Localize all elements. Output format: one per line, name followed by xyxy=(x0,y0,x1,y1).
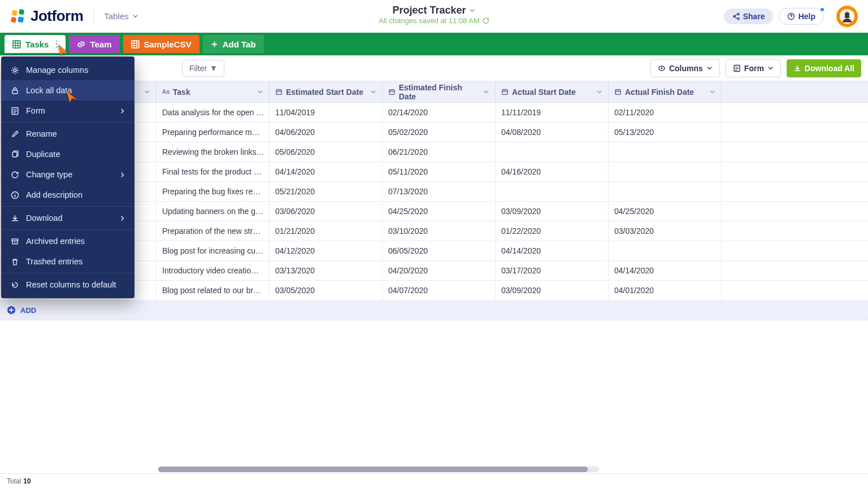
act-finish-cell[interactable] xyxy=(609,182,722,201)
chevron-down-icon[interactable] xyxy=(483,89,489,95)
chevron-down-icon[interactable] xyxy=(257,89,263,95)
est-start-cell[interactable]: 01/21/2020 xyxy=(270,221,383,241)
act-finish-cell[interactable] xyxy=(609,162,722,181)
brand-logo[interactable]: Jotform xyxy=(10,7,83,25)
task-cell[interactable]: Data analysis for the open … xyxy=(157,103,270,122)
overflow-cell xyxy=(722,103,868,122)
est-start-cell[interactable]: 04/12/2020 xyxy=(270,241,383,260)
act-finish-cell[interactable] xyxy=(609,142,722,162)
est-start-cell[interactable]: 03/06/2020 xyxy=(270,202,383,221)
form-button[interactable]: Form xyxy=(726,59,781,77)
tab-samplecsv[interactable]: SampleCSV xyxy=(123,35,199,53)
col-act-start[interactable]: Actual Start Date xyxy=(496,81,609,102)
est-start-cell[interactable]: 05/21/2020 xyxy=(270,182,383,201)
cm-reset-columns[interactable]: Reset columns to default xyxy=(1,274,134,295)
cm-rename[interactable]: Rename xyxy=(1,124,134,144)
act-start-cell[interactable] xyxy=(496,142,609,162)
overflow-cell xyxy=(722,241,868,260)
cm-archived[interactable]: Archived entries xyxy=(1,231,134,251)
act-start-cell[interactable]: 03/09/2020 xyxy=(496,202,609,221)
chevron-down-icon[interactable] xyxy=(709,89,715,95)
col-task[interactable]: Aa Task xyxy=(157,81,270,102)
act-start-cell[interactable]: 04/16/2020 xyxy=(496,162,609,181)
horizontal-scrollbar[interactable] xyxy=(158,467,599,472)
est-finish-cell[interactable]: 06/05/2020 xyxy=(383,241,496,260)
est-start-cell[interactable]: 03/13/2020 xyxy=(270,261,383,280)
tab-team[interactable]: Team xyxy=(69,35,119,53)
task-cell[interactable]: Introductory video creatio… xyxy=(157,261,270,280)
est-start-cell[interactable]: 03/05/2020 xyxy=(270,281,383,300)
col-task-label: Task xyxy=(173,88,190,97)
cm-change-type-label: Change type xyxy=(26,170,72,179)
filter-button[interactable]: Filter xyxy=(182,60,224,77)
overflow-cell xyxy=(722,142,868,162)
download-all-button[interactable]: Download All xyxy=(787,59,861,77)
task-cell[interactable]: Blog post related to our br… xyxy=(157,281,270,300)
est-finish-cell[interactable]: 04/07/2020 xyxy=(383,281,496,300)
chevron-down-icon[interactable] xyxy=(144,89,150,95)
cm-manage-columns[interactable]: Manage columns xyxy=(1,60,134,80)
scrollbar-thumb[interactable] xyxy=(158,467,588,472)
task-cell[interactable]: Updating banners on the g… xyxy=(157,202,270,221)
cm-download[interactable]: Download xyxy=(1,208,134,228)
est-finish-cell[interactable]: 05/11/2020 xyxy=(383,162,496,181)
share-button[interactable]: Share xyxy=(724,8,773,24)
chevron-down-icon[interactable] xyxy=(470,7,476,14)
act-start-cell[interactable]: 03/09/2020 xyxy=(496,281,609,300)
columns-button[interactable]: Columns xyxy=(650,59,720,77)
task-cell[interactable]: Blog post for increasing cu… xyxy=(157,241,270,260)
act-finish-cell[interactable] xyxy=(609,241,722,260)
est-finish-cell[interactable]: 03/10/2020 xyxy=(383,221,496,241)
add-tab-button[interactable]: Add Tab xyxy=(203,35,264,53)
est-start-cell[interactable]: 04/06/2020 xyxy=(270,123,383,142)
est-finish-cell[interactable]: 04/25/2020 xyxy=(383,202,496,221)
act-start-cell[interactable] xyxy=(496,182,609,201)
task-cell[interactable]: Preparing the bug fixes re… xyxy=(157,182,270,201)
svg-rect-21 xyxy=(845,16,850,18)
tables-dropdown[interactable]: Tables xyxy=(104,11,138,21)
col-est-finish[interactable]: Estimated Finish Date xyxy=(383,81,496,102)
act-start-cell[interactable]: 04/14/2020 xyxy=(496,241,609,260)
act-start-cell[interactable]: 03/17/2020 xyxy=(496,261,609,280)
cm-trashed[interactable]: Trashed entries xyxy=(1,251,134,272)
col-act-finish[interactable]: Actual Finish Date xyxy=(609,81,722,102)
col-est-start[interactable]: Estimated Start Date xyxy=(270,81,383,102)
cm-duplicate[interactable]: Duplicate xyxy=(1,144,134,164)
chevron-down-icon xyxy=(767,65,774,71)
user-avatar[interactable] xyxy=(836,6,858,27)
act-start-cell[interactable]: 11/11/2019 xyxy=(496,103,609,122)
svg-rect-15 xyxy=(12,10,18,15)
cm-change-type[interactable]: Change type xyxy=(1,164,134,185)
task-cell[interactable]: Final tests for the product … xyxy=(157,162,270,181)
cm-add-description[interactable]: Add description xyxy=(1,185,134,205)
act-finish-cell[interactable]: 04/25/2020 xyxy=(609,202,722,221)
act-finish-cell[interactable]: 04/14/2020 xyxy=(609,261,722,280)
chevron-down-icon[interactable] xyxy=(596,89,602,95)
act-finish-cell[interactable]: 04/01/2020 xyxy=(609,281,722,300)
share-icon xyxy=(732,12,740,20)
act-finish-cell[interactable]: 02/11/2020 xyxy=(609,103,722,122)
est-start-cell[interactable]: 05/06/2020 xyxy=(270,142,383,162)
tab-sample-label: SampleCSV xyxy=(144,40,192,49)
task-cell[interactable]: Reviewing the broken links… xyxy=(157,142,270,162)
chevron-down-icon[interactable] xyxy=(370,89,376,95)
est-finish-cell[interactable]: 04/20/2020 xyxy=(383,261,496,280)
add-row-button[interactable]: ADD xyxy=(0,300,868,320)
form-icon xyxy=(733,64,741,72)
document-title[interactable]: Project Tracker xyxy=(392,5,466,16)
task-cell[interactable]: Preparing performance m… xyxy=(157,123,270,142)
help-button[interactable]: Help xyxy=(779,8,824,25)
form-label: Form xyxy=(744,64,764,73)
est-finish-cell[interactable]: 07/13/2020 xyxy=(383,182,496,201)
est-start-cell[interactable]: 11/04/2019 xyxy=(270,103,383,122)
est-finish-cell[interactable]: 05/02/2020 xyxy=(383,123,496,142)
act-finish-cell[interactable]: 03/03/2020 xyxy=(609,221,722,241)
act-finish-cell[interactable]: 05/13/2020 xyxy=(609,123,722,142)
tab-tasks-label: Tasks xyxy=(25,40,49,49)
act-start-cell[interactable]: 04/08/2020 xyxy=(496,123,609,142)
task-cell[interactable]: Preparation of the new str… xyxy=(157,221,270,241)
est-finish-cell[interactable]: 02/14/2020 xyxy=(383,103,496,122)
est-start-cell[interactable]: 04/14/2020 xyxy=(270,162,383,181)
act-start-cell[interactable]: 01/22/2020 xyxy=(496,221,609,241)
est-finish-cell[interactable]: 06/21/2020 xyxy=(383,142,496,162)
